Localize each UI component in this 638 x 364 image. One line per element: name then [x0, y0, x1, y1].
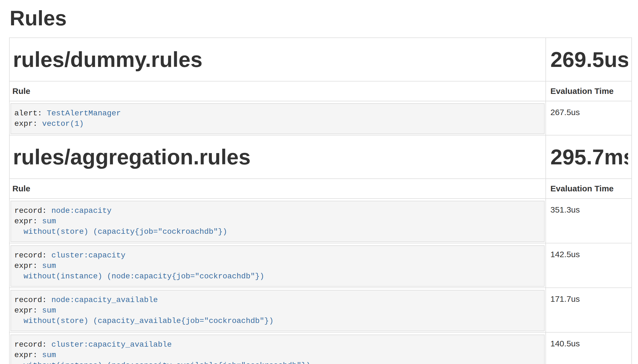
- rule-column-header: Rule: [9, 179, 546, 199]
- rule-link[interactable]: sum: [42, 262, 56, 270]
- rule-group-eval-time-cell: 269.5us: [546, 38, 632, 81]
- rule-link[interactable]: without(instance) (node:capacity{job="co…: [14, 272, 264, 281]
- rule-eval-time: 142.5us: [546, 243, 632, 288]
- rule-keyword: expr:: [14, 306, 37, 315]
- rule-link[interactable]: TestAlertManager: [47, 109, 121, 118]
- column-header-row: Rule Evaluation Time: [9, 179, 632, 199]
- rule-definition-cell: record: cluster:capacity_available expr:…: [9, 332, 546, 364]
- rule-definition-cell: record: cluster:capacity expr: sum witho…: [9, 243, 546, 288]
- rule-definition: record: node:capacity_available expr: su…: [10, 290, 545, 331]
- rule-link[interactable]: without(instance) (node:capacity_availab…: [14, 361, 310, 364]
- rule-group-header-row: rules/aggregation.rules 295.7ms: [9, 135, 632, 179]
- rule-keyword: expr:: [14, 351, 37, 359]
- rules-table: rules/dummy.rules 269.5us Rule Evaluatio…: [9, 37, 632, 364]
- rule-keyword: expr:: [14, 119, 37, 128]
- rule-definition: record: cluster:capacity_available expr:…: [10, 335, 545, 364]
- rule-row: record: cluster:capacity_available expr:…: [9, 332, 632, 364]
- rule-definition: record: cluster:capacity expr: sum witho…: [10, 245, 545, 287]
- rules-page: Rules rules/dummy.rules 269.5us Rule Eva…: [0, 7, 638, 364]
- rule-eval-time: 267.5us: [546, 101, 632, 135]
- rule-column-header: Rule: [9, 81, 546, 101]
- rule-link[interactable]: sum: [42, 217, 56, 226]
- rule-eval-time: 351.3us: [546, 199, 632, 243]
- rule-group-header-row: rules/dummy.rules 269.5us: [9, 38, 632, 81]
- rule-row: record: cluster:capacity expr: sum witho…: [9, 243, 632, 288]
- rule-keyword: record:: [14, 251, 47, 260]
- rule-row: alert: TestAlertManager expr: vector(1) …: [9, 101, 632, 135]
- rule-group-eval-time-cell: 295.7ms: [546, 135, 632, 179]
- rule-group-file-cell: rules/dummy.rules: [9, 38, 546, 81]
- eval-time-column-header: Evaluation Time: [546, 81, 632, 101]
- rule-link[interactable]: node:capacity_available: [51, 296, 158, 304]
- rule-keyword: record:: [14, 296, 47, 304]
- rule-row: record: node:capacity_available expr: su…: [9, 288, 632, 332]
- rule-link[interactable]: cluster:capacity: [51, 251, 125, 260]
- rule-group-file: rules/dummy.rules: [13, 47, 542, 72]
- rule-group-eval-time: 295.7ms: [550, 144, 628, 170]
- rule-keyword: alert:: [14, 109, 42, 118]
- rule-definition-cell: alert: TestAlertManager expr: vector(1): [9, 101, 546, 135]
- rule-group-eval-time: 269.5us: [550, 47, 628, 72]
- rule-link[interactable]: node:capacity: [51, 207, 111, 215]
- rule-definition-cell: record: node:capacity expr: sum without(…: [9, 199, 546, 243]
- page-title: Rules: [10, 7, 632, 30]
- rule-group-file: rules/aggregation.rules: [13, 144, 542, 170]
- rule-eval-time: 171.7us: [546, 288, 632, 332]
- rule-keyword: record:: [14, 207, 47, 215]
- rule-keyword: expr:: [14, 217, 37, 226]
- rule-group-file-cell: rules/aggregation.rules: [9, 135, 546, 179]
- rule-link[interactable]: cluster:capacity_available: [51, 340, 172, 349]
- rule-row: record: node:capacity expr: sum without(…: [9, 199, 632, 243]
- rule-definition: alert: TestAlertManager expr: vector(1): [10, 103, 545, 134]
- rule-definition: record: node:capacity expr: sum without(…: [10, 201, 545, 242]
- rule-keyword: record:: [14, 340, 47, 349]
- eval-time-column-header: Evaluation Time: [546, 179, 632, 199]
- rule-link[interactable]: sum: [42, 306, 56, 315]
- rule-link[interactable]: sum: [42, 351, 56, 359]
- rule-link[interactable]: vector(1): [42, 119, 84, 128]
- column-header-row: Rule Evaluation Time: [9, 81, 632, 101]
- rule-link[interactable]: without(store) (capacity{job="cockroachd…: [14, 227, 227, 236]
- rule-keyword: expr:: [14, 262, 37, 270]
- rule-definition-cell: record: node:capacity_available expr: su…: [9, 288, 546, 332]
- rule-eval-time: 140.5us: [546, 332, 632, 364]
- rule-link[interactable]: without(store) (capacity_available{job="…: [14, 317, 274, 325]
